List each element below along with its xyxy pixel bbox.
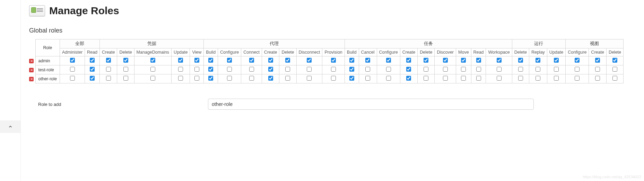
perm-checkbox[interactable] [518, 67, 523, 72]
perm-checkbox[interactable] [268, 76, 273, 81]
perm-checkbox[interactable] [575, 58, 580, 63]
perm-checkbox[interactable] [90, 58, 95, 63]
perm-checkbox[interactable] [106, 67, 111, 72]
delete-role-icon[interactable]: ✕ [29, 59, 34, 63]
perm-checkbox[interactable] [123, 76, 128, 81]
perm-checkbox[interactable] [331, 67, 336, 72]
perm-checkbox[interactable] [268, 58, 273, 63]
perm-checkbox[interactable] [554, 76, 559, 81]
perm-checkbox[interactable] [595, 76, 600, 81]
role-to-add-input[interactable] [208, 99, 534, 110]
perm-checkbox[interactable] [497, 58, 502, 63]
perm-checkbox[interactable] [365, 76, 370, 81]
perm-checkbox[interactable] [424, 58, 428, 63]
perm-checkbox[interactable] [476, 76, 481, 81]
perm-checkbox[interactable] [406, 58, 411, 63]
perm-checkbox[interactable] [575, 76, 580, 81]
perm-checkbox[interactable] [178, 76, 183, 81]
perm-checkbox[interactable] [497, 67, 502, 72]
perm-checkbox[interactable] [476, 58, 481, 63]
perm-checkbox[interactable] [536, 58, 540, 63]
perm-checkbox[interactable] [595, 58, 600, 63]
perm-header: Delete [418, 48, 435, 56]
perm-checkbox[interactable] [536, 76, 540, 81]
perm-checkbox[interactable] [331, 58, 336, 63]
perm-checkbox[interactable] [285, 76, 290, 81]
perm-checkbox[interactable] [612, 58, 617, 63]
perm-checkbox[interactable] [443, 58, 448, 63]
perm-checkbox[interactable] [70, 67, 75, 72]
perm-checkbox[interactable] [178, 58, 183, 63]
perm-checkbox[interactable] [208, 58, 213, 63]
perm-checkbox[interactable] [595, 67, 600, 72]
perm-checkbox[interactable] [612, 76, 617, 81]
perm-checkbox[interactable] [554, 67, 559, 72]
perm-checkbox[interactable] [349, 67, 354, 72]
perm-checkbox[interactable] [194, 67, 199, 72]
perm-checkbox[interactable] [406, 67, 411, 72]
perm-checkbox[interactable] [150, 76, 155, 81]
perm-checkbox[interactable] [307, 67, 312, 72]
perm-header: Administer [60, 48, 85, 56]
perm-header: Create [262, 48, 279, 56]
perm-checkbox[interactable] [386, 76, 391, 81]
perm-checkbox[interactable] [461, 76, 466, 81]
perm-checkbox[interactable] [554, 58, 559, 63]
perm-header: View [190, 48, 204, 56]
perm-checkbox[interactable] [123, 67, 128, 72]
perm-checkbox[interactable] [424, 76, 428, 81]
perm-checkbox[interactable] [518, 58, 523, 63]
perm-checkbox[interactable] [443, 67, 448, 72]
perm-checkbox[interactable] [365, 67, 370, 72]
perm-checkbox[interactable] [249, 76, 254, 81]
perm-checkbox[interactable] [123, 58, 128, 63]
perm-checkbox[interactable] [194, 58, 199, 63]
perm-checkbox[interactable] [365, 58, 370, 63]
perm-checkbox[interactable] [208, 67, 213, 72]
perm-checkbox[interactable] [90, 67, 95, 72]
perm-checkbox[interactable] [285, 67, 290, 72]
perm-checkbox[interactable] [461, 67, 466, 72]
perm-checkbox[interactable] [536, 67, 540, 72]
perm-checkbox[interactable] [349, 58, 354, 63]
perm-checkbox[interactable] [249, 67, 254, 72]
delete-role-icon[interactable]: ✕ [29, 68, 34, 72]
perm-checkbox[interactable] [285, 58, 290, 63]
perm-group-header: 任务 [345, 39, 512, 48]
perm-checkbox[interactable] [518, 76, 523, 81]
perm-checkbox[interactable] [150, 58, 155, 63]
perm-checkbox[interactable] [386, 67, 391, 72]
perm-checkbox[interactable] [268, 67, 273, 72]
perm-group-header: 全部 [60, 39, 100, 48]
perm-checkbox[interactable] [575, 67, 580, 72]
perm-checkbox[interactable] [106, 76, 111, 81]
perm-checkbox[interactable] [90, 76, 95, 81]
perm-checkbox[interactable] [476, 67, 481, 72]
perm-checkbox[interactable] [208, 76, 213, 81]
delete-role-icon[interactable]: ✕ [29, 77, 34, 81]
perm-checkbox[interactable] [178, 67, 183, 72]
perm-checkbox[interactable] [70, 58, 75, 63]
perm-checkbox[interactable] [331, 76, 336, 81]
perm-checkbox[interactable] [349, 76, 354, 81]
perm-checkbox[interactable] [497, 76, 502, 81]
perm-checkbox[interactable] [443, 76, 448, 81]
perm-checkbox[interactable] [612, 67, 617, 72]
perm-checkbox[interactable] [461, 58, 466, 63]
perm-checkbox[interactable] [386, 58, 391, 63]
perm-checkbox[interactable] [150, 67, 155, 72]
perm-checkbox[interactable] [424, 67, 428, 72]
perm-checkbox[interactable] [70, 76, 75, 81]
perm-checkbox[interactable] [106, 58, 111, 63]
perm-checkbox[interactable] [307, 76, 312, 81]
sidebar-collapse-button[interactable] [0, 120, 20, 133]
perm-checkbox[interactable] [194, 76, 199, 81]
perm-checkbox[interactable] [406, 76, 411, 81]
perm-checkbox[interactable] [307, 58, 312, 63]
perm-header: Build [204, 48, 218, 56]
perm-checkbox[interactable] [227, 67, 232, 72]
perm-checkbox[interactable] [227, 76, 232, 81]
perm-header: Create [400, 48, 418, 56]
perm-checkbox[interactable] [227, 58, 232, 63]
perm-checkbox[interactable] [249, 58, 254, 63]
